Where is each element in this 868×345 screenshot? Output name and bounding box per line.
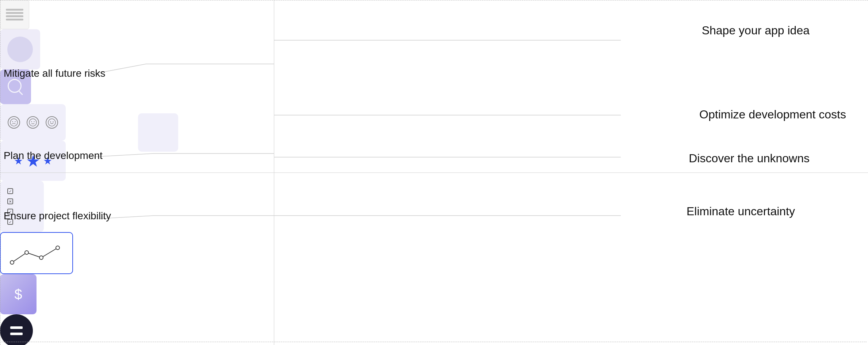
checkbox-2: ✕ xyxy=(7,198,13,204)
main-canvas: Mitigate all future risks Plan the devel… xyxy=(0,0,868,345)
document-card xyxy=(0,0,29,29)
label-discover: Discover the unknowns xyxy=(689,152,810,165)
svg-point-7 xyxy=(48,119,56,126)
svg-point-3 xyxy=(29,119,37,126)
svg-point-9 xyxy=(53,121,53,122)
center-horizontal-line xyxy=(0,172,868,173)
search-icon xyxy=(8,79,24,95)
checklist-card: ✓ ✕ ✓ ✓ xyxy=(0,181,44,232)
smiley-neutral xyxy=(27,116,39,129)
label-eliminate: Eliminate uncertainty xyxy=(687,205,795,218)
pause-card xyxy=(0,314,33,345)
pause-bar-1 xyxy=(10,326,23,329)
dollar-icon: $ xyxy=(14,287,22,302)
checkbox-1: ✓ xyxy=(7,188,13,194)
label-ensure: Ensure project flexibility xyxy=(4,210,111,222)
smiley-card xyxy=(0,104,66,141)
smiley-sad xyxy=(8,116,20,129)
doc-line-1 xyxy=(6,9,23,11)
label-plan: Plan the development xyxy=(4,150,103,162)
label-optimize: Optimize development costs xyxy=(699,108,846,121)
svg-point-11 xyxy=(25,251,28,254)
doc-line-3 xyxy=(6,15,23,17)
check-item-1: ✓ xyxy=(7,188,37,194)
barchart-left-line xyxy=(0,0,0,345)
search-handle xyxy=(18,91,23,95)
check-item-2: ✕ xyxy=(7,198,37,204)
svg-point-12 xyxy=(39,256,43,259)
barchart-top-line xyxy=(0,0,868,0)
pause-bar-2 xyxy=(10,333,23,335)
svg-point-1 xyxy=(12,121,13,122)
line-chart-svg xyxy=(7,239,67,268)
svg-point-5 xyxy=(34,121,34,122)
label-shape: Shape your app idea xyxy=(702,24,810,37)
circle-card xyxy=(0,29,40,69)
svg-point-2 xyxy=(15,121,15,122)
svg-point-0 xyxy=(10,119,18,126)
barchart-bottom-line xyxy=(1,342,867,342)
pause-wrapper xyxy=(138,113,178,152)
dollar-card: $ xyxy=(0,274,37,314)
search-circle xyxy=(8,79,22,93)
svg-point-4 xyxy=(31,121,32,122)
doc-line-2 xyxy=(6,12,23,14)
linechart-card xyxy=(0,232,73,274)
svg-point-10 xyxy=(10,261,14,264)
circle-inner xyxy=(7,37,33,62)
label-mitigate: Mitigate all future risks xyxy=(4,68,106,79)
doc-line-4 xyxy=(6,19,23,20)
svg-point-13 xyxy=(56,246,60,250)
smiley-happy xyxy=(46,116,58,129)
svg-point-8 xyxy=(50,121,51,122)
